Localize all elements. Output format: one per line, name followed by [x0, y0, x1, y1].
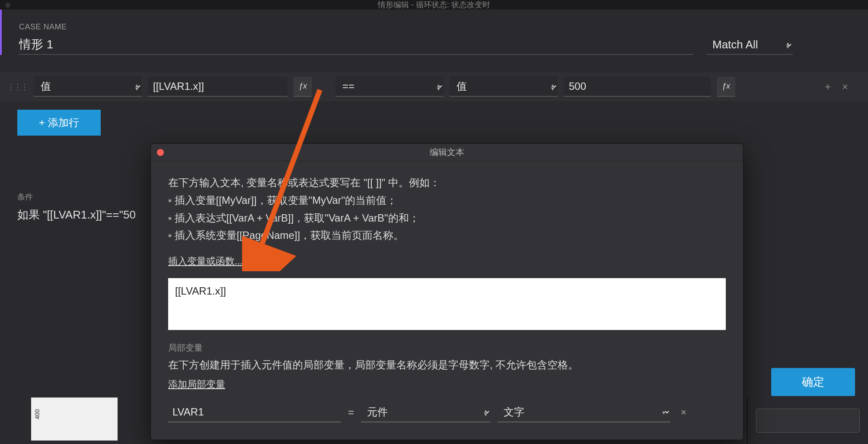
add-condition-icon[interactable]: +	[822, 81, 833, 93]
remove-condition-icon[interactable]: ×	[839, 81, 851, 93]
bullet-icon: ▪	[168, 209, 172, 227]
dialog-title: 编辑文本	[430, 146, 464, 158]
insert-variable-link[interactable]: 插入变量或函数...	[168, 255, 243, 268]
desc-bullet: 插入系统变量[[PageName]]，获取当前页面名称。	[175, 227, 404, 244]
desc-bullet: 插入表达式[[VarA + VarB]]，获取"VarA + VarB"的和；	[175, 209, 419, 227]
operator-select[interactable]: ==	[335, 76, 444, 97]
bottom-panel	[747, 397, 868, 444]
drag-handle-icon[interactable]: ⋮⋮⋮	[7, 82, 28, 92]
ok-button[interactable]: 确定	[771, 368, 855, 396]
bullet-icon: ▪	[168, 227, 172, 244]
local-var-prop-select[interactable]: 文字	[498, 402, 670, 422]
ruler-value: 400	[34, 409, 41, 419]
local-var-source-select[interactable]: 元件	[361, 402, 491, 422]
window-title: 情形编辑 - 循环状态: 状态改变时	[378, 0, 490, 10]
left-value-input[interactable]	[148, 77, 287, 97]
canvas-ruler: 400	[31, 397, 118, 441]
desc-line: 在下方输入文本, 变量名称或表达式要写在 "[[ ]]" 中。例如：	[168, 174, 726, 192]
right-value-input[interactable]	[564, 77, 711, 97]
panel-button[interactable]	[756, 409, 860, 433]
match-mode-select[interactable]: Match All	[706, 35, 793, 55]
dialog-titlebar: 编辑文本	[151, 144, 743, 161]
add-row-button[interactable]: + 添加行	[17, 110, 101, 136]
bullet-icon: ▪	[168, 192, 172, 209]
equals-label: =	[348, 406, 354, 419]
right-type-select[interactable]: 值	[450, 76, 558, 97]
case-name-input[interactable]	[19, 35, 693, 55]
case-section: CASE NAME Match All ▴▾	[0, 10, 868, 55]
local-var-name-input[interactable]	[168, 403, 341, 422]
add-local-variable-link[interactable]: 添加局部变量	[168, 378, 225, 391]
left-type-select[interactable]: 值	[34, 76, 142, 97]
local-variables-label: 局部变量	[168, 342, 726, 354]
dialog-close-icon[interactable]	[157, 149, 164, 156]
condition-row: ⋮⋮⋮ 值 ▴▾ ƒx == ▴▾ 值 ▴▾ ƒx + ×	[0, 72, 868, 101]
traffic-light-close[interactable]	[5, 3, 10, 8]
case-name-label: CASE NAME	[19, 22, 851, 32]
local-variables-desc: 在下方创建用于插入元件值的局部变量，局部变量名称必须是字母数字, 不允许包含空格…	[168, 358, 726, 372]
remove-local-var-icon[interactable]: ×	[677, 407, 690, 418]
edit-text-dialog: 编辑文本 在下方输入文本, 变量名称或表达式要写在 "[[ ]]" 中。例如： …	[150, 143, 744, 440]
expression-textarea[interactable]: [[LVAR1.x]]	[168, 278, 726, 330]
desc-bullet: 插入变量[[MyVar]]，获取变量"MyVar"的当前值；	[175, 192, 397, 209]
dialog-description: 在下方输入文本, 变量名称或表达式要写在 "[[ ]]" 中。例如： ▪插入变量…	[168, 174, 726, 244]
fx-button-right[interactable]: ƒx	[717, 77, 735, 97]
window-titlebar: 情形编辑 - 循环状态: 状态改变时	[0, 0, 868, 10]
fx-button-left[interactable]: ƒx	[294, 77, 312, 97]
local-variable-row: = 元件 ▴▾ 文字 ▾ ×	[168, 402, 726, 422]
